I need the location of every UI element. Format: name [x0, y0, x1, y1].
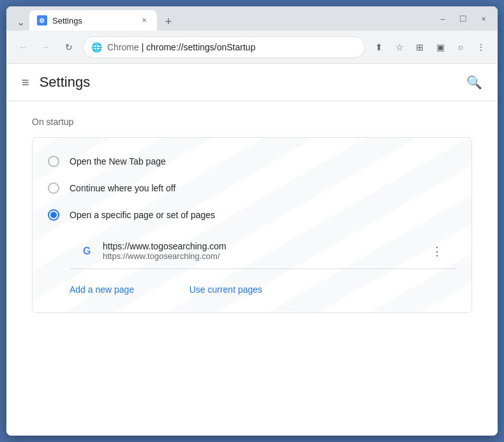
settings-header: ≡ Settings 🔍 — [6, 64, 498, 101]
forward-button[interactable]: → — [37, 38, 55, 56]
minimize-button[interactable]: – — [434, 10, 452, 27]
toolbar-right: ⬆ ☆ ⊞ ▣ ○ ⋮ — [370, 38, 490, 56]
radio-option-specific[interactable]: Open a specific page or set of pages — [33, 202, 471, 228]
radio-specific-label: Open a specific page or set of pages — [70, 210, 215, 220]
bookmark-button[interactable]: ☆ — [390, 38, 408, 56]
startup-url-item: G https://www.togosearching.com https://… — [70, 233, 456, 269]
sidebar-button[interactable]: ▣ — [431, 38, 449, 56]
globe-icon: 🌐 — [91, 42, 102, 52]
reload-button[interactable]: ↻ — [60, 38, 78, 56]
title-bar: ⌄ ⚙ Settings × + – ☐ × — [6, 6, 498, 31]
chrome-label: Chrome — [107, 42, 139, 52]
radio-continue-label: Continue where you left off — [70, 183, 175, 193]
address-bar: ← → ↻ 🌐 Chrome | chrome://settings/onSta… — [6, 31, 498, 64]
tab-list-button[interactable]: ⌄ — [11, 13, 29, 31]
radio-selected-dot — [50, 212, 57, 218]
svg-text:⚙: ⚙ — [39, 17, 45, 24]
section-title: On startup — [32, 117, 472, 127]
window-controls: – ☐ × — [434, 10, 493, 27]
close-button[interactable]: × — [475, 10, 493, 27]
radio-option-continue[interactable]: Continue where you left off — [33, 175, 471, 202]
chrome-menu-button[interactable]: ⋮ — [472, 38, 490, 56]
url-bar[interactable]: 🌐 Chrome | chrome://settings/onStartup — [83, 36, 365, 58]
extensions-button[interactable]: ⊞ — [411, 38, 429, 56]
radio-new-tab-label: Open the New Tab page — [70, 156, 166, 166]
url-info: https://www.togosearching.com https://ww… — [103, 241, 420, 261]
hamburger-menu-icon[interactable]: ≡ — [22, 75, 29, 90]
radio-new-tab[interactable] — [48, 156, 59, 167]
radio-specific[interactable] — [48, 209, 59, 221]
new-tab-button[interactable]: + — [159, 13, 177, 31]
browser-window: ⌄ ⚙ Settings × + – ☐ × ← → ↻ 🌐 — [6, 6, 498, 436]
url-text: Chrome | chrome://settings/onStartup — [107, 42, 357, 52]
url-path: chrome://settings/onStartup — [146, 42, 255, 52]
active-tab[interactable]: ⚙ Settings × — [29, 10, 157, 31]
tab-strip: ⌄ ⚙ Settings × + — [11, 6, 434, 31]
share-button[interactable]: ⬆ — [370, 38, 388, 56]
tab-close-button[interactable]: × — [139, 15, 149, 26]
url-primary: https://www.togosearching.com — [103, 241, 420, 251]
radio-continue[interactable] — [48, 182, 59, 194]
startup-card: Open the New Tab page Continue where you… — [32, 137, 472, 313]
settings-main: On startup Open the New Tab page Continu… — [6, 101, 498, 328]
add-new-page-link[interactable]: Add a new page — [70, 279, 134, 300]
page-content: ≡ Settings 🔍 On startup Open the New Tab… — [6, 64, 498, 436]
search-icon[interactable]: 🔍 — [466, 75, 482, 90]
use-current-pages-link[interactable]: Use current pages — [189, 279, 262, 300]
settings-left: ≡ Settings — [22, 74, 90, 91]
tab-title: Settings — [52, 16, 134, 26]
page-title: Settings — [40, 74, 91, 91]
svg-text:G: G — [83, 246, 91, 256]
profile-button[interactable]: ○ — [452, 38, 470, 56]
url-more-button[interactable]: ⋮ — [428, 242, 446, 260]
google-icon: G — [80, 244, 95, 259]
tab-favicon: ⚙ — [37, 15, 47, 26]
maximize-button[interactable]: ☐ — [454, 10, 472, 27]
back-button[interactable]: ← — [14, 38, 32, 56]
url-secondary: https://www.togosearching.com/ — [103, 251, 420, 261]
radio-option-new-tab[interactable]: Open the New Tab page — [33, 148, 471, 175]
